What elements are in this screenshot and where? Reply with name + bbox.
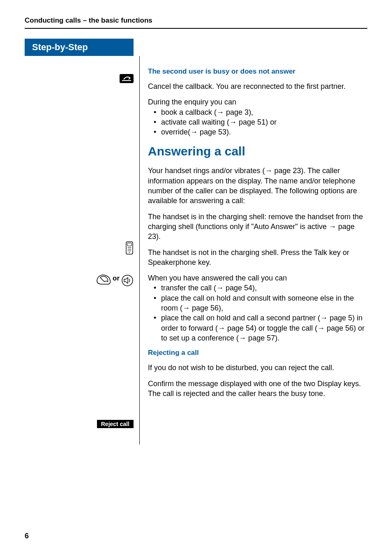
svg-rect-0 — [120, 74, 134, 83]
cancel-key-icon — [120, 74, 134, 83]
svg-rect-3 — [127, 243, 131, 246]
speakerphone-key-icon — [121, 274, 134, 287]
answering-intro: Your handset rings and/or vibrates (→ pa… — [148, 166, 367, 206]
or-label: or — [113, 274, 120, 283]
answered-intro: When you have answered the call you can — [148, 273, 367, 283]
svg-point-5 — [129, 247, 130, 248]
svg-point-14 — [122, 275, 133, 286]
svg-point-4 — [128, 247, 129, 248]
rejecting-confirm: Confirm the message displayed with one o… — [148, 379, 367, 399]
answered-bullets: transfer the call (→ page 54), place the… — [148, 283, 367, 343]
list-item: override(→ page 53). — [148, 127, 367, 137]
svg-point-13 — [129, 252, 130, 253]
svg-point-8 — [129, 249, 130, 250]
not-in-shell-text: The handset is not in the charging shell… — [148, 248, 367, 268]
svg-rect-1 — [122, 80, 131, 81]
enquiry-bullets: book a callback (→ page 3), activate cal… — [148, 107, 367, 137]
list-item: book a callback (→ page 3), — [148, 107, 367, 117]
svg-point-9 — [130, 249, 131, 250]
rejecting-heading: Rejecting a call — [148, 349, 367, 357]
talk-key-icon — [96, 274, 111, 285]
step-by-step-badge: Step-by-Step — [25, 39, 134, 56]
answering-heading: Answering a call — [148, 144, 367, 158]
left-column: or Reject call — [25, 56, 140, 445]
list-item: place the call on hold and consult with … — [148, 293, 367, 313]
cancel-callback-text: Cancel the callback. You are reconnected… — [148, 81, 367, 91]
in-shell-text: The handset is in the charging shell: re… — [148, 212, 367, 242]
list-item: place the call on hold and call a second… — [148, 313, 367, 343]
list-item: activate call waiting (→ page 51) or — [148, 117, 367, 127]
section-header: Conducting calls – the basic functions — [25, 16, 367, 25]
svg-point-10 — [128, 250, 129, 251]
list-item: transfer the call (→ page 54), — [148, 283, 367, 293]
svg-point-7 — [128, 249, 129, 250]
reject-call-button: Reject call — [97, 420, 134, 428]
page-number: 6 — [25, 532, 29, 540]
rejecting-intro: If you do not wish to be disturbed, you … — [148, 363, 367, 373]
busy-heading: The second user is busy or does not answ… — [148, 67, 367, 76]
handset-in-shell-icon — [125, 241, 134, 255]
svg-point-6 — [130, 247, 131, 248]
svg-point-12 — [130, 250, 131, 251]
during-enquiry-intro: During the enquiry you can — [148, 97, 367, 107]
header-divider — [25, 28, 367, 29]
right-column: The second user is busy or does not answ… — [140, 56, 367, 445]
svg-point-11 — [129, 250, 130, 251]
